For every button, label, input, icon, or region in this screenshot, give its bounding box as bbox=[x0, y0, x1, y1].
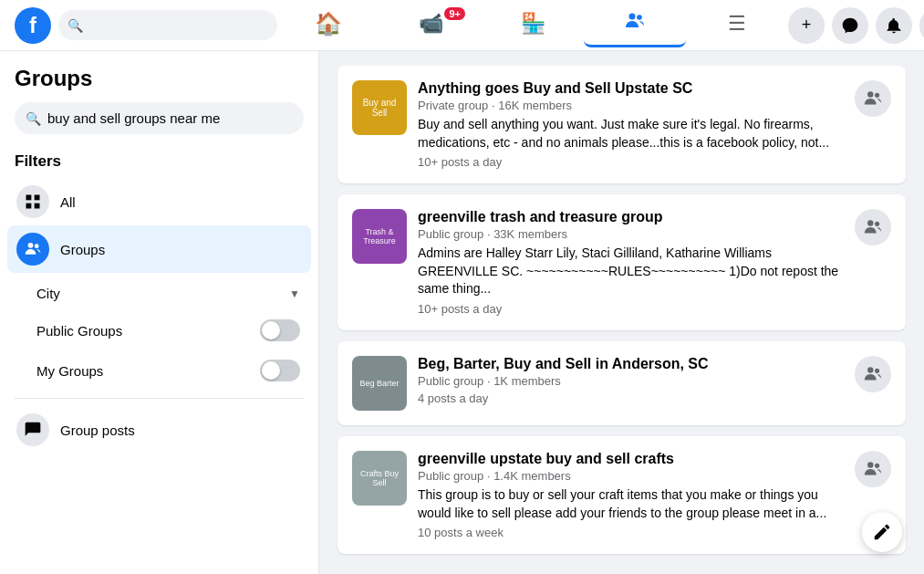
group-info: greenville trash and treasure group Publ… bbox=[418, 209, 844, 316]
nav-search-input[interactable] bbox=[58, 10, 277, 40]
group-avatar-placeholder: Crafts Buy Sell bbox=[352, 465, 407, 491]
svg-point-1 bbox=[637, 15, 642, 20]
sidebar-divider bbox=[15, 398, 304, 399]
group-avatar: Crafts Buy Sell bbox=[352, 451, 407, 506]
notifications-button[interactable] bbox=[876, 7, 912, 44]
group-meta: Private group · 16K members bbox=[418, 99, 844, 112]
float-edit-button[interactable] bbox=[862, 512, 902, 552]
svg-point-14 bbox=[867, 462, 873, 467]
filters-label: Filters bbox=[7, 149, 311, 178]
sub-filters: City ▼ Public Groups My Groups bbox=[7, 277, 311, 391]
group-avatar-placeholder: Beg Barter bbox=[356, 375, 402, 391]
groups-icon-nav bbox=[624, 10, 646, 37]
group-name[interactable]: Beg, Barter, Buy and Sell in Anderson, S… bbox=[418, 356, 844, 372]
sidebar-search-icon: 🔍 bbox=[26, 111, 41, 126]
group-info: Anything goes Buy and Sell Upstate SC Pr… bbox=[418, 80, 844, 169]
sidebar-item-group-posts-label: Group posts bbox=[60, 423, 135, 438]
my-groups-filter[interactable]: My Groups bbox=[26, 350, 311, 391]
group-card: Buy and Sell Anything goes Buy and Sell … bbox=[337, 66, 906, 183]
group-info: Beg, Barter, Buy and Sell in Anderson, S… bbox=[418, 356, 844, 405]
svg-point-15 bbox=[875, 464, 879, 468]
svg-point-8 bbox=[867, 91, 873, 97]
join-button[interactable] bbox=[855, 209, 891, 245]
sidebar-item-group-posts[interactable]: Group posts bbox=[7, 406, 311, 454]
city-filter-label-wrap: City bbox=[36, 286, 60, 301]
public-groups-label: Public Groups bbox=[36, 323, 122, 339]
group-action bbox=[855, 80, 891, 117]
svg-point-13 bbox=[875, 369, 879, 373]
sidebar-item-groups[interactable]: Groups bbox=[7, 225, 311, 273]
public-groups-toggle[interactable] bbox=[260, 319, 300, 341]
sidebar-search-wrap: 🔍 bbox=[7, 102, 311, 134]
group-avatar: Beg Barter bbox=[352, 356, 407, 411]
group-meta: Public group · 1K members bbox=[418, 374, 844, 388]
svg-rect-2 bbox=[26, 195, 32, 201]
toggle-knob-public bbox=[262, 321, 280, 339]
group-card: Trash & Treasure greenville trash and tr… bbox=[337, 194, 906, 330]
svg-point-10 bbox=[867, 220, 873, 225]
group-avatar: Buy and Sell bbox=[352, 80, 407, 135]
group-avatar-placeholder: Buy and Sell bbox=[352, 94, 407, 121]
all-icon bbox=[16, 185, 49, 218]
store-icon: 🏪 bbox=[521, 12, 545, 36]
group-avatar: Trash & Treasure bbox=[352, 209, 407, 264]
sidebar-item-groups-label: Groups bbox=[60, 242, 105, 257]
svg-point-0 bbox=[629, 14, 636, 20]
nav-left: f 🔍 bbox=[15, 7, 277, 44]
city-filter-label: City bbox=[36, 286, 60, 301]
svg-point-11 bbox=[875, 222, 879, 226]
sidebar-search-input[interactable] bbox=[15, 102, 304, 134]
svg-rect-5 bbox=[35, 204, 40, 209]
group-avatar-placeholder: Trash & Treasure bbox=[352, 224, 407, 249]
svg-point-9 bbox=[875, 93, 879, 98]
top-nav: f 🔍 🏠 📹 9+ 🏪 ☰ + bbox=[0, 0, 924, 51]
my-groups-toggle[interactable] bbox=[260, 360, 300, 381]
group-name[interactable]: greenville upstate buy and sell crafts bbox=[418, 451, 844, 467]
join-button[interactable] bbox=[855, 451, 891, 487]
sidebar-title: Groups bbox=[7, 66, 311, 102]
join-button[interactable] bbox=[855, 80, 891, 117]
my-groups-label: My Groups bbox=[36, 363, 103, 379]
main-layout: Groups 🔍 Filters All Groups City bbox=[0, 51, 924, 574]
nav-tab-store[interactable]: 🏪 bbox=[482, 4, 584, 47]
nav-tab-home[interactable]: 🏠 bbox=[277, 4, 379, 47]
nav-tab-video[interactable]: 📹 9+ bbox=[379, 4, 482, 47]
svg-rect-4 bbox=[26, 204, 32, 209]
group-activity: 4 posts a day bbox=[418, 391, 844, 405]
nav-center: 🏠 📹 9+ 🏪 ☰ bbox=[277, 4, 788, 47]
groups-icon bbox=[16, 233, 49, 266]
video-icon: 📹 bbox=[419, 12, 443, 36]
facebook-logo[interactable]: f bbox=[15, 7, 51, 44]
main-content: Buy and Sell Anything goes Buy and Sell … bbox=[319, 51, 924, 574]
video-badge: 9+ bbox=[444, 7, 465, 20]
sidebar: Groups 🔍 Filters All Groups City bbox=[0, 51, 319, 574]
messenger-button[interactable] bbox=[832, 7, 868, 44]
menu-icon: ☰ bbox=[728, 12, 746, 36]
group-activity: 10+ posts a day bbox=[418, 302, 844, 316]
city-filter[interactable]: City ▼ bbox=[26, 277, 311, 310]
group-meta: Public group · 33K members bbox=[418, 227, 844, 241]
group-activity: 10 posts a week bbox=[418, 526, 844, 539]
nav-search-icon: 🔍 bbox=[67, 18, 83, 33]
group-activity: 10+ posts a day bbox=[418, 155, 844, 169]
group-name[interactable]: greenville trash and treasure group bbox=[418, 209, 844, 225]
join-button[interactable] bbox=[855, 356, 891, 392]
group-action bbox=[855, 451, 891, 487]
sidebar-item-all-label: All bbox=[60, 194, 76, 210]
group-name[interactable]: Anything goes Buy and Sell Upstate SC bbox=[418, 80, 844, 97]
nav-tab-menu[interactable]: ☰ bbox=[686, 4, 788, 47]
group-card: Beg Barter Beg, Barter, Buy and Sell in … bbox=[337, 341, 906, 425]
svg-point-12 bbox=[867, 367, 873, 372]
svg-point-6 bbox=[28, 243, 34, 248]
nav-right: + ▾ bbox=[788, 7, 924, 44]
city-dropdown-arrow: ▼ bbox=[289, 287, 300, 300]
nav-tab-groups[interactable] bbox=[584, 4, 686, 47]
nav-search-wrap: 🔍 bbox=[58, 10, 277, 40]
add-button[interactable]: + bbox=[788, 7, 825, 44]
svg-point-7 bbox=[35, 244, 39, 248]
sidebar-item-all[interactable]: All bbox=[7, 178, 311, 225]
public-groups-filter[interactable]: Public Groups bbox=[26, 310, 311, 350]
group-desc: This group is to buy or sell your craft … bbox=[418, 486, 844, 522]
account-button[interactable]: ▾ bbox=[919, 7, 924, 44]
group-action bbox=[855, 356, 891, 392]
